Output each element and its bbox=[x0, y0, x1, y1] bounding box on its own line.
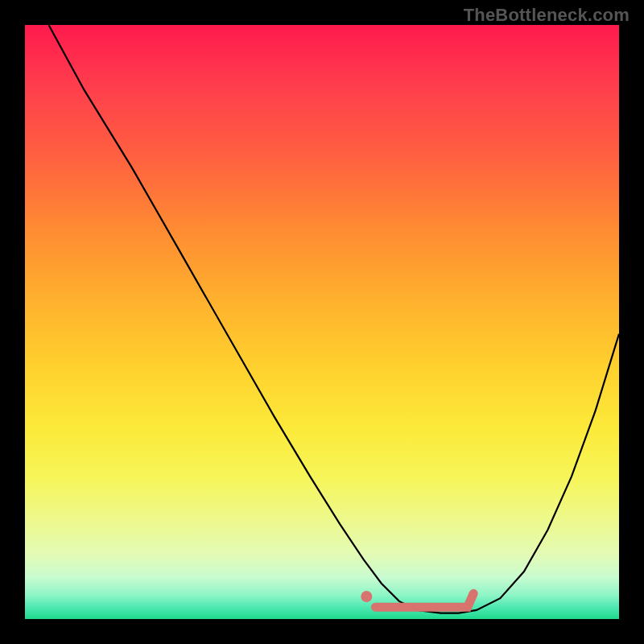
chart-svg bbox=[25, 25, 619, 619]
highlight-dot bbox=[361, 591, 372, 602]
bottleneck-curve bbox=[49, 25, 620, 613]
chart-plot-area bbox=[25, 25, 619, 619]
watermark-text: TheBottleneck.com bbox=[464, 5, 630, 26]
highlight-segment bbox=[375, 593, 473, 607]
